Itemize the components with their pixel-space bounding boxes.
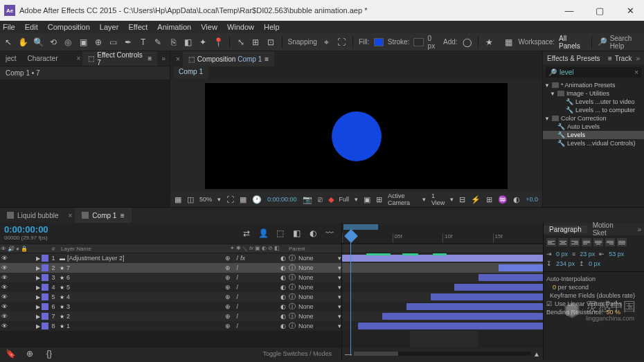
- label-color[interactable]: [42, 303, 48, 310]
- layer-switches[interactable]: ⊕ /◐: [224, 264, 286, 271]
- layer-bar-track[interactable]: [342, 292, 543, 302]
- effects-tree-item[interactable]: 🔧Levels ... to computer: [543, 106, 644, 114]
- fast-preview-icon[interactable]: ⚡: [471, 195, 481, 204]
- visibility-toggle[interactable]: 👁: [1, 293, 8, 300]
- pickwhip-icon[interactable]: ⓘ: [289, 263, 296, 273]
- effects-tree-item[interactable]: 🔧Levels ...uter to video: [543, 98, 644, 106]
- view-count[interactable]: 1 View: [431, 192, 445, 206]
- layer-bar-track[interactable]: [342, 282, 543, 292]
- maximize-button[interactable]: ▢: [590, 3, 609, 17]
- layer-bar-track[interactable]: [342, 321, 543, 331]
- tag-icon[interactable]: 🔖: [4, 347, 17, 360]
- roto-tool[interactable]: ✦: [198, 36, 209, 48]
- composition-viewer[interactable]: [170, 79, 542, 192]
- pickwhip-icon[interactable]: ⓘ: [289, 253, 296, 263]
- label-color[interactable]: [42, 323, 48, 329]
- draft3d-icon[interactable]: ⬚: [274, 227, 286, 239]
- motion-blur-icon[interactable]: ◐: [307, 227, 319, 239]
- layer-bar-track[interactable]: [342, 273, 543, 282]
- render-icon[interactable]: ⊕: [24, 347, 36, 360]
- layer-duration-bar[interactable]: [431, 293, 543, 300]
- frame-blend-icon[interactable]: ◧: [290, 227, 303, 239]
- layer-bar-track[interactable]: [342, 311, 543, 321]
- effects-search[interactable]: 🔎 level ×: [546, 67, 641, 78]
- anchor-tool[interactable]: ⊕: [93, 36, 104, 48]
- pickwhip-icon[interactable]: ⓘ: [289, 292, 296, 302]
- effects-presets-title[interactable]: Effects & Presets: [547, 55, 605, 62]
- panel-close-icon[interactable]: ×: [173, 55, 183, 63]
- parent-dropdown[interactable]: None: [298, 313, 314, 320]
- visibility-toggle[interactable]: 👁: [1, 313, 8, 320]
- parent-dropdown[interactable]: None: [298, 284, 314, 291]
- justify-last-left-icon[interactable]: [582, 238, 591, 246]
- layer-row[interactable]: 👁▶8★1⊕ /◐ⓘNone▾: [0, 321, 341, 331]
- transparency-icon[interactable]: ▦: [240, 195, 247, 204]
- layer-row[interactable]: 👁▶3★6⊕ /◐ⓘNone▾: [0, 273, 341, 282]
- guides-icon[interactable]: ⊞: [376, 195, 382, 204]
- work-area-bar[interactable]: [343, 224, 378, 230]
- layer-name[interactable]: ★1: [58, 323, 224, 329]
- snapshot-icon[interactable]: 📷: [303, 195, 312, 204]
- layer-row[interactable]: 👁▶6★3⊕ /◐ⓘNone▾: [0, 302, 341, 311]
- visibility-toggle[interactable]: 👁: [1, 323, 8, 329]
- effects-tree-item[interactable]: 🔧Auto Levels: [543, 123, 644, 131]
- effects-tree-item[interactable]: ▼* Animation Presets: [543, 81, 644, 89]
- close-tab-icon[interactable]: ×: [66, 212, 75, 219]
- layer-row[interactable]: 👁▶5★4⊕ /◐ⓘNone▾: [0, 292, 341, 302]
- roi-icon[interactable]: ▣: [364, 195, 370, 204]
- layer-duration-bar[interactable]: [342, 255, 543, 262]
- pen-tool[interactable]: ✒: [123, 36, 134, 48]
- justify-last-center-icon[interactable]: [593, 238, 603, 246]
- puppet-tool[interactable]: 📍: [213, 36, 224, 48]
- tab-character[interactable]: Character: [22, 51, 64, 66]
- viewer-time[interactable]: 0:00:00:00: [267, 196, 297, 203]
- align-left-icon[interactable]: [546, 238, 556, 246]
- layer-twirl[interactable]: ▶: [35, 314, 42, 320]
- align-right-icon[interactable]: [570, 238, 580, 246]
- pixel-aspect-icon[interactable]: ⊟: [459, 195, 465, 204]
- layer-twirl[interactable]: ▶: [35, 323, 42, 329]
- label-color[interactable]: [42, 284, 48, 291]
- menu-file[interactable]: File: [3, 23, 15, 31]
- layer-duration-bar[interactable]: [454, 284, 543, 291]
- tab-effect-controls[interactable]: ⬚ Effect Controls 7 ≡: [82, 51, 157, 66]
- channel-icon[interactable]: ◆: [328, 195, 334, 204]
- menu-help[interactable]: Help: [264, 23, 280, 31]
- zoom-value[interactable]: 50%: [199, 196, 212, 203]
- tab-composition[interactable]: ⬚ Composition Comp 1 ≡: [183, 51, 274, 66]
- parent-dropdown[interactable]: None: [298, 293, 314, 300]
- tracker-tab[interactable]: Track: [615, 55, 632, 62]
- align-center-icon[interactable]: [558, 238, 568, 246]
- tab-motion-sketch[interactable]: Motion Sket: [587, 221, 635, 237]
- layer-name[interactable]: ★7: [58, 264, 224, 271]
- axis-view[interactable]: ⊡: [265, 36, 276, 48]
- eraser-tool[interactable]: ◧: [183, 36, 194, 48]
- label-color[interactable]: [42, 264, 48, 271]
- pickwhip-icon[interactable]: ⓘ: [289, 302, 296, 311]
- res-icon[interactable]: ⛶: [226, 195, 234, 203]
- orbit-tool[interactable]: ⟲: [48, 36, 59, 48]
- snapping-label[interactable]: Snapping: [288, 38, 317, 46]
- space-before-value[interactable]: 234 px: [556, 260, 575, 267]
- layer-duration-bar[interactable]: [358, 323, 543, 329]
- twirl-icon[interactable]: ▼: [544, 82, 550, 89]
- menu-layer[interactable]: Layer: [100, 23, 119, 31]
- timeline-tab[interactable]: Liquid bubble: [0, 208, 66, 223]
- fill-color[interactable]: [374, 38, 384, 46]
- layer-duration-bar[interactable]: [499, 264, 543, 271]
- pickwhip-icon[interactable]: ⓘ: [289, 282, 296, 292]
- layer-duration-bar[interactable]: [406, 303, 543, 310]
- space-after-value[interactable]: 0 px: [589, 260, 600, 267]
- panel-overflow-icon[interactable]: »: [632, 55, 640, 62]
- brackets-icon[interactable]: {}: [43, 347, 55, 360]
- zoom-tool[interactable]: 🔍: [33, 36, 44, 48]
- layer-switches[interactable]: ⊕ /◐: [224, 323, 286, 329]
- layer-name[interactable]: ★5: [58, 284, 224, 291]
- comp-flowchart-icon[interactable]: ⇄: [240, 227, 253, 239]
- resolution-value[interactable]: Full: [339, 196, 350, 203]
- bezier-icon[interactable]: ★: [484, 36, 495, 48]
- tab-overflow-icon[interactable]: »: [157, 55, 170, 62]
- close-tab-icon[interactable]: ×: [74, 55, 82, 62]
- effects-tree-item[interactable]: 🔧Levels: [543, 131, 644, 139]
- visibility-toggle[interactable]: 👁: [1, 274, 8, 281]
